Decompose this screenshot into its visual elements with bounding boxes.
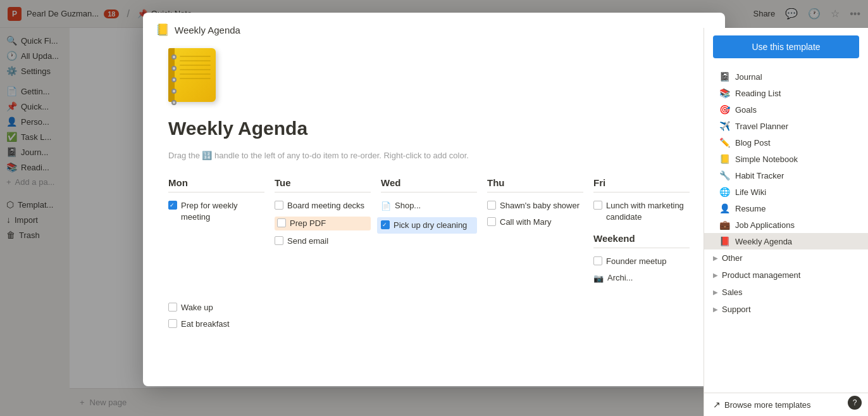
day-header-tue: Tue [275, 177, 371, 192]
template-item-goals[interactable]: 🎯 Goals [704, 101, 868, 118]
template-list: 📓 Journal 📚 Reading List 🎯 Goals ✈️ Trav… [704, 66, 868, 393]
todo-text: Prep PDF [290, 218, 368, 229]
todo-text: Founder meetup [606, 256, 690, 267]
todo-text: Wake up [181, 302, 700, 313]
template-item-label: Life Wiki [735, 187, 766, 197]
modal-header: 📒 Weekly Agenda [143, 13, 725, 42]
wiki-template-icon: 🌐 [719, 187, 730, 197]
template-item-job[interactable]: 💼 Job Applications [704, 217, 868, 233]
todo-checkbox[interactable] [168, 201, 177, 210]
weekend-header: Weekend [593, 233, 690, 248]
template-item-label: Reading List [735, 89, 781, 98]
modal-header-title: Weekly Agenda [175, 25, 240, 35]
todo-checkbox[interactable] [593, 201, 602, 210]
modal-main-title: Weekly Agenda [168, 118, 700, 139]
todo-checkbox[interactable] [487, 217, 496, 226]
template-item-label: Journal [735, 72, 762, 82]
section-label: Product management [722, 270, 800, 280]
todo-text: Shop... [395, 200, 477, 211]
todo-item: Prep for weekly meeting [168, 200, 264, 223]
todo-item-doc2: 📷 Archi... [593, 272, 690, 284]
todo-text: Shawn's baby shower [500, 200, 583, 211]
use-template-button[interactable]: Use this template [713, 35, 859, 58]
template-item-weekly-agenda[interactable]: 📕 Weekly Agenda [704, 233, 868, 249]
todo-text: Send email [287, 236, 371, 247]
weekly-grid: Mon Prep for weekly meeting Tue Board me… [168, 177, 700, 290]
todo-text: Eat breakfast [181, 318, 700, 330]
day-col-mon: Mon Prep for weekly meeting [168, 177, 275, 290]
day-col-fri: Fri Lunch with marketing candidate Weeke… [593, 177, 700, 290]
section-support[interactable]: ▶ Support [704, 301, 868, 318]
blog-template-icon: ✏️ [719, 137, 730, 148]
book-ring [171, 77, 177, 82]
todo-checkbox[interactable] [168, 303, 177, 312]
template-item-label: Goals [735, 105, 757, 115]
section-label: Other [722, 253, 743, 263]
todo-item: Lunch with marketing candidate [593, 200, 690, 223]
book-image [168, 48, 225, 105]
day-col-thu: Thu Shawn's baby shower Call with Mary [487, 177, 593, 290]
goals-template-icon: 🎯 [719, 104, 730, 115]
day-col-wed: Wed 📄 Shop... Pick up dry cleaning [381, 177, 487, 290]
section-label: Support [722, 305, 751, 314]
todo-checkbox[interactable] [487, 201, 496, 210]
expand-icon: ▶ [713, 289, 718, 296]
section-product-management[interactable]: ▶ Product management [704, 267, 868, 284]
resume-template-icon: 👤 [719, 203, 730, 213]
template-item-label: Simple Notebook [735, 154, 798, 164]
todo-item-blue: Pick up dry cleaning [377, 217, 477, 234]
day-header-mon: Mon [168, 177, 264, 192]
browse-templates-button[interactable]: ↗ Browse more templates [704, 393, 868, 416]
template-item-label: Job Applications [735, 220, 795, 230]
template-item-label: Blog Post [735, 138, 771, 148]
template-panel: Use this template 📓 Journal 📚 Reading Li… [704, 28, 868, 416]
section-other[interactable]: ▶ Other [704, 249, 868, 267]
todo-item: Shawn's baby shower [487, 200, 583, 211]
book-ring [171, 54, 177, 60]
template-item-notebook[interactable]: 📒 Simple Notebook [704, 151, 868, 167]
journal-template-icon: 📓 [719, 72, 730, 82]
todo-checkbox[interactable] [275, 236, 283, 245]
modal-content: Weekly Agenda Drag the 🔢 handle to the l… [143, 42, 725, 386]
browse-label: Browse more templates [724, 400, 811, 410]
section-sales[interactable]: ▶ Sales [704, 284, 868, 301]
template-item-blog[interactable]: ✏️ Blog Post [704, 134, 868, 151]
todo-item-pink: Prep PDF [275, 217, 371, 230]
doc-icon: 📄 [381, 201, 391, 212]
todo-item: Send email [275, 236, 371, 247]
todo-checkbox[interactable] [277, 218, 286, 227]
habit-template-icon: 🔧 [719, 170, 730, 180]
todo-text: Board meeting decks [287, 200, 371, 211]
todo-checkbox[interactable] [275, 201, 283, 210]
day-header-wed: Wed [381, 177, 477, 192]
todo-item: Founder meetup [593, 256, 690, 267]
book-shape [168, 48, 216, 102]
template-item-wiki[interactable]: 🌐 Life Wiki [704, 184, 868, 200]
template-item-label: Resume [735, 204, 766, 213]
todo-item: Call with Mary [487, 217, 583, 228]
expand-icon: ▶ [713, 306, 718, 313]
book-ring [171, 66, 177, 71]
todo-text: Lunch with marketing candidate [606, 200, 690, 223]
modal-description: Drag the 🔢 handle to the left of any to-… [168, 149, 700, 162]
expand-icon: ▶ [713, 255, 718, 262]
day-col-tue: Tue Board meeting decks Prep PDF Send em… [275, 177, 381, 290]
todo-checkbox[interactable] [593, 256, 602, 265]
template-item-resume[interactable]: 👤 Resume [704, 200, 868, 217]
book-ring [171, 100, 177, 105]
todo-checkbox[interactable] [168, 319, 177, 328]
todo-text: Archi... [607, 272, 690, 284]
todo-text: Prep for weekly meeting [181, 200, 264, 223]
template-item-reading-list[interactable]: 📚 Reading List [704, 85, 868, 101]
modal-header-icon: 📒 [156, 23, 170, 37]
help-button[interactable]: ? [848, 396, 862, 410]
book-rings [171, 54, 177, 105]
template-item-habit[interactable]: 🔧 Habit Tracker [704, 167, 868, 184]
browse-arrow-icon: ↗ [713, 400, 721, 410]
template-item-label: Travel Planner [735, 122, 788, 131]
book-lines [180, 56, 211, 82]
weekly-template-icon: 📕 [719, 236, 730, 246]
todo-checkbox[interactable] [381, 220, 390, 229]
template-item-travel[interactable]: ✈️ Travel Planner [704, 118, 868, 134]
template-item-journal[interactable]: 📓 Journal [704, 68, 868, 85]
